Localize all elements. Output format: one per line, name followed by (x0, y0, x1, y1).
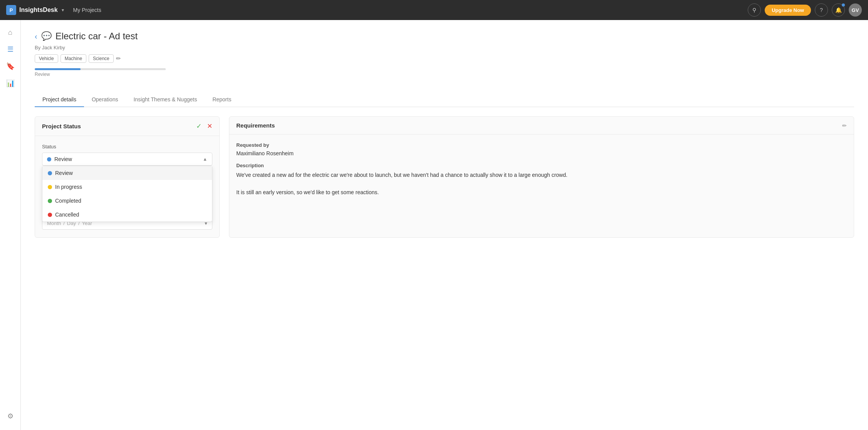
project-status-panel: Project Status ✓ ✕ Status Review ▲ (35, 116, 220, 238)
description-label: Description (236, 163, 847, 168)
requested-by-label: Requested by (236, 142, 847, 148)
tag-science: Science (89, 54, 114, 63)
panel-actions: ✓ ✕ (196, 122, 212, 130)
project-status-panel-header: Project Status ✓ ✕ (35, 117, 219, 136)
project-icon: 💬 (41, 31, 52, 41)
status-dropdown: Review In progress Completed Cancel (42, 166, 212, 222)
app-name: InsightsDesk (19, 7, 58, 13)
sidebar-item-bookmark[interactable]: 🔖 (3, 59, 18, 74)
bookmark-icon: 🔖 (6, 62, 15, 71)
requirements-panel-title: Requirements (236, 122, 275, 129)
status-dot-completed (48, 199, 52, 203)
app-brand[interactable]: P InsightsDesk ▾ (6, 5, 64, 15)
tab-insight-themes[interactable]: Insight Themes & Nuggets (126, 92, 205, 107)
chart-icon: 📊 (6, 79, 15, 87)
search-icon: ⚲ (752, 7, 756, 13)
tabs: Project details Operations Insight Theme… (35, 92, 854, 107)
list-icon: ☰ (7, 45, 13, 54)
page-header: ‹ 💬 Electric car - Ad test (35, 31, 854, 42)
description-text: We've created a new ad for the electric … (236, 171, 847, 197)
progress-track (35, 68, 166, 70)
project-status-panel-title: Project Status (42, 123, 81, 129)
dropdown-item-in-progress[interactable]: In progress (42, 180, 212, 194)
help-icon: ? (820, 7, 823, 13)
sidebar-item-list[interactable]: ☰ (3, 42, 18, 57)
main-content: ‹ 💬 Electric car - Ad test By Jack Kirby… (21, 20, 868, 430)
dropdown-label-completed: Completed (55, 198, 81, 204)
dropdown-label-review: Review (55, 170, 73, 176)
status-select-left: Review (47, 156, 72, 162)
edit-tags-button[interactable]: ✏ (116, 55, 121, 62)
sidebar: ⌂ ☰ 🔖 📊 ⚙ (0, 20, 21, 430)
edit-requirements-button[interactable]: ✏ (842, 123, 847, 129)
navbar-right: ⚲ Upgrade Now ? 🔔 GV (748, 3, 862, 17)
description-line-2: It is still an early version, so we'd li… (236, 188, 847, 197)
status-dot-selected (47, 157, 51, 161)
project-status-panel-body: Status Review ▲ Review (35, 136, 219, 237)
description-line-1: We've created a new ad for the electric … (236, 171, 847, 179)
nav-my-projects[interactable]: My Projects (73, 7, 101, 13)
requirements-panel-body: Requested by Maximiliano Rosenheim Descr… (229, 134, 854, 204)
cancel-button[interactable]: ✕ (207, 122, 212, 130)
help-button[interactable]: ? (815, 3, 828, 17)
search-button[interactable]: ⚲ (748, 3, 761, 17)
tag-list: Vehicle Machine Science ✏ (35, 54, 854, 63)
sidebar-bottom: ⚙ (3, 408, 18, 425)
status-dot-cancelled (48, 213, 52, 217)
settings-icon: ⚙ (7, 412, 13, 420)
notification-icon: 🔔 (835, 7, 842, 13)
home-icon: ⌂ (8, 29, 12, 37)
chevron-up-icon: ▲ (203, 156, 207, 162)
progress-fill (35, 68, 81, 70)
tag-machine: Machine (61, 54, 86, 63)
status-select-display[interactable]: Review ▲ (42, 153, 212, 166)
status-dot-in-progress (48, 185, 52, 189)
progress-container: Review (35, 68, 854, 77)
dropdown-item-review[interactable]: Review (42, 166, 212, 180)
page-title: Electric car - Ad test (56, 31, 138, 42)
status-select-wrapper: Review ▲ Review In progress (42, 153, 212, 166)
status-selected-label: Review (54, 156, 72, 162)
tab-project-details[interactable]: Project details (35, 92, 84, 107)
dropdown-item-cancelled[interactable]: Cancelled (42, 208, 212, 222)
notification-dot (842, 3, 845, 7)
app-logo-icon: P (6, 5, 16, 15)
dropdown-label-in-progress: In progress (55, 184, 82, 190)
requirements-panel: Requirements ✏ Requested by Maximiliano … (229, 116, 854, 238)
dropdown-item-completed[interactable]: Completed (42, 194, 212, 208)
status-field-label: Status (42, 144, 212, 149)
progress-label: Review (35, 72, 854, 77)
tab-reports[interactable]: Reports (205, 92, 239, 107)
upgrade-button[interactable]: Upgrade Now (765, 5, 811, 16)
notification-wrapper: 🔔 (832, 3, 845, 17)
requested-by-value: Maximiliano Rosenheim (236, 150, 847, 156)
dropdown-label-cancelled: Cancelled (55, 212, 79, 218)
status-dot-review (48, 171, 52, 175)
navbar: P InsightsDesk ▾ My Projects ⚲ Upgrade N… (0, 0, 868, 20)
content-grid: Project Status ✓ ✕ Status Review ▲ (35, 116, 854, 238)
avatar-button[interactable]: GV (849, 3, 862, 17)
sidebar-item-home[interactable]: ⌂ (3, 25, 18, 40)
back-button[interactable]: ‹ (35, 32, 37, 41)
sidebar-item-chart[interactable]: 📊 (3, 76, 18, 91)
brand-dropdown-arrow[interactable]: ▾ (62, 8, 64, 13)
project-author: By Jack Kirby (35, 45, 854, 50)
requirements-panel-header: Requirements ✏ (229, 117, 854, 134)
confirm-button[interactable]: ✓ (196, 122, 202, 130)
tag-vehicle: Vehicle (35, 54, 58, 63)
tab-operations[interactable]: Operations (84, 92, 126, 107)
sidebar-item-settings[interactable]: ⚙ (3, 408, 18, 424)
